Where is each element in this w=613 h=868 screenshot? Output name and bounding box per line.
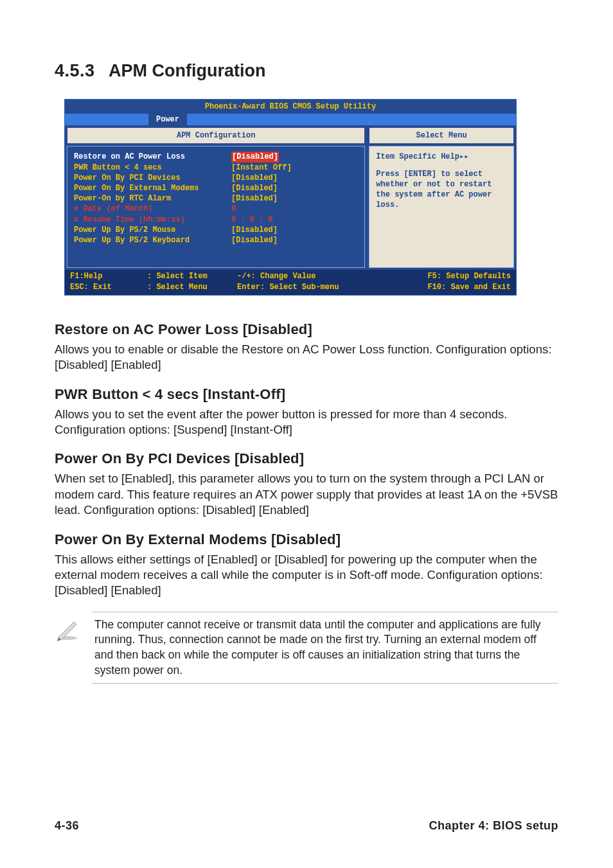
- help-panel: Item Specific Help▸▸ Press [ENTER] to se…: [369, 146, 514, 268]
- foot-f10: F10: Save and Exit: [378, 282, 511, 292]
- config-value[interactable]: [Instant Off]: [231, 163, 292, 173]
- config-list: Restore on AC Power Loss[Disabled]PWR Bu…: [67, 146, 365, 268]
- config-label: Power Up By PS/2 Mouse: [74, 225, 231, 235]
- left-panel-header: APM Configuration: [67, 127, 365, 144]
- foot-enter: Enter: Select Sub-menu: [237, 282, 378, 292]
- foot-f1: F1:Help: [70, 271, 147, 281]
- config-row[interactable]: Power On By External Modems[Disabled]: [74, 183, 359, 193]
- foot-f5: F5: Setup Defaults: [378, 271, 511, 281]
- subsection-heading: PWR Button < 4 secs [Instant-Off]: [55, 386, 558, 403]
- bios-tabstrip: Power: [65, 114, 516, 125]
- config-label: x Resume Time (hh:mm:ss): [74, 215, 231, 225]
- section-number: 4.5.3: [55, 61, 95, 80]
- subsection-body: This allows either settings of [Enabled]…: [55, 552, 558, 599]
- config-label: Power On By External Modems: [74, 183, 231, 193]
- config-value[interactable]: [Disabled]: [231, 152, 279, 162]
- config-value[interactable]: [Disabled]: [231, 235, 278, 245]
- config-value[interactable]: 0: [231, 204, 236, 214]
- config-value[interactable]: [Disabled]: [231, 193, 278, 204]
- config-value[interactable]: 0 : 0 : 0: [231, 215, 273, 225]
- bios-window: Phoenix-Award BIOS CMOS Setup Utility Po…: [64, 99, 517, 296]
- config-label: Power On By PCI Devices: [74, 173, 231, 183]
- config-label: PWR Button < 4 secs: [74, 163, 231, 173]
- foot-esc: ESC: Exit: [70, 282, 147, 292]
- help-title: Item Specific Help▸▸: [376, 152, 508, 162]
- config-value[interactable]: [Disabled]: [231, 183, 278, 193]
- config-value[interactable]: [Disabled]: [231, 225, 278, 235]
- config-row[interactable]: Power Up By PS/2 Mouse[Disabled]: [74, 225, 359, 235]
- help-body: Press [ENTER] to select whether or not t…: [376, 169, 508, 211]
- config-row[interactable]: PWR Button < 4 secs[Instant Off]: [74, 163, 359, 173]
- foot-change: -/+: Change Value: [237, 271, 378, 281]
- section-title-text: APM Configuration: [109, 61, 265, 80]
- subsection-heading: Power On By PCI Devices [Disabled]: [55, 450, 558, 467]
- chapter-label: Chapter 4: BIOS setup: [429, 819, 558, 833]
- config-row[interactable]: Power Up By PS/2 Keyboard[Disabled]: [74, 235, 359, 245]
- config-label: Power Up By PS/2 Keyboard: [74, 235, 231, 245]
- bios-title: Phoenix-Award BIOS CMOS Setup Utility: [65, 100, 516, 114]
- config-row[interactable]: Restore on AC Power Loss[Disabled]: [74, 152, 359, 162]
- foot-sel-item: : Select Item: [147, 271, 237, 281]
- foot-sel-menu: : Select Menu: [147, 282, 237, 292]
- config-row[interactable]: Power On By PCI Devices[Disabled]: [74, 173, 359, 183]
- config-label: Restore on AC Power Loss: [74, 152, 231, 162]
- config-label: Power-On by RTC Alarm: [74, 193, 231, 204]
- pencil-icon: [55, 612, 80, 644]
- page-footer: 4-36 Chapter 4: BIOS setup: [55, 819, 558, 833]
- tab-blank-left: [65, 114, 148, 125]
- bios-footer: F1:Help : Select Item -/+: Change Value …: [65, 270, 516, 294]
- note-block: The computer cannot receive or transmit …: [55, 612, 558, 684]
- section-heading: 4.5.3 APM Configuration: [55, 61, 558, 81]
- right-panel-header: Select Menu: [369, 127, 514, 144]
- subsection-heading: Power On By External Modems [Disabled]: [55, 531, 558, 548]
- config-row[interactable]: Power-On by RTC Alarm[Disabled]: [74, 193, 359, 204]
- config-row[interactable]: x Date (of Month) 0: [74, 204, 359, 214]
- note-text: The computer cannot receive or transmit …: [92, 612, 558, 684]
- subsection-body: Allows you to enable or disable the Rest…: [55, 342, 558, 373]
- subsection-body: When set to [Enabled], this parameter al…: [55, 471, 558, 518]
- config-label: x Date (of Month): [74, 204, 231, 214]
- config-value[interactable]: [Disabled]: [231, 173, 278, 183]
- tab-power[interactable]: Power: [148, 114, 187, 125]
- config-row[interactable]: x Resume Time (hh:mm:ss)0 : 0 : 0: [74, 215, 359, 225]
- subsection-heading: Restore on AC Power Loss [Disabled]: [55, 321, 558, 338]
- subsection-body: Allows you to set the event after the po…: [55, 407, 558, 438]
- page-number: 4-36: [55, 819, 79, 833]
